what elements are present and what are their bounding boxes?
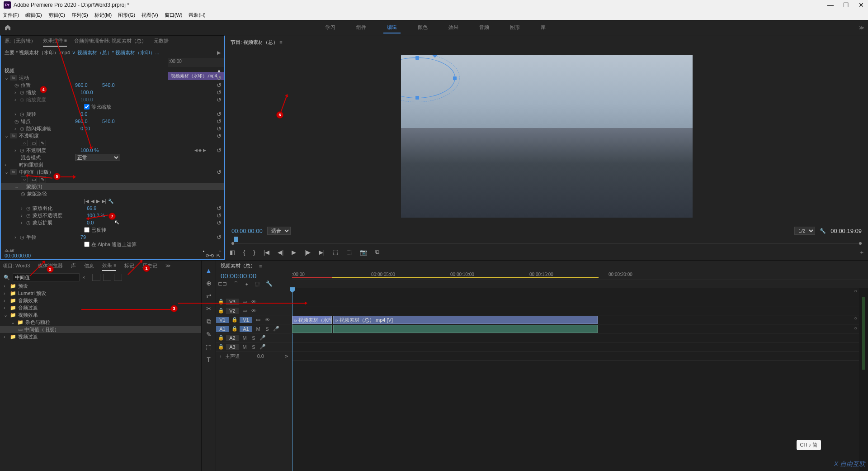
- loop-icon[interactable]: ⟳⟲: [206, 253, 214, 259]
- in-point[interactable]: [231, 242, 234, 245]
- mask-1-label[interactable]: 蒙版(1): [26, 183, 42, 190]
- eye-v2[interactable]: 👁: [250, 308, 257, 314]
- timeline-menu-icon[interactable]: ≡: [259, 263, 262, 269]
- anchor-y[interactable]: 540.0: [102, 119, 115, 124]
- mask-rect-tool[interactable]: ▭: [30, 140, 37, 146]
- sequence-clip-name[interactable]: 视频素材（总）* 视频素材（水印）...: [77, 49, 160, 56]
- solo-a1[interactable]: S: [264, 326, 270, 332]
- expand-opacityval[interactable]: ›: [14, 147, 20, 153]
- expand-maskopacity[interactable]: ›: [21, 213, 26, 218]
- track-a1[interactable]: A1: [240, 326, 252, 332]
- stopwatch-scale[interactable]: ◷: [20, 90, 26, 95]
- tab-effect-controls[interactable]: 效果控件 ≡: [43, 37, 67, 47]
- snap-icon[interactable]: ⊏⊐: [218, 281, 227, 288]
- mask-inverted-checkbox[interactable]: [84, 227, 90, 233]
- menu-clip[interactable]: 剪辑(C): [48, 12, 65, 19]
- project-overflow[interactable]: ≫: [165, 263, 171, 270]
- lock-a1[interactable]: 🔒: [231, 326, 237, 332]
- export-frame-icon-2[interactable]: 📷: [360, 249, 367, 256]
- position-x[interactable]: 960.0: [75, 82, 102, 88]
- effect-timeremap[interactable]: 时间重映射: [19, 162, 44, 168]
- export-frame-icon[interactable]: ⇱: [217, 253, 221, 259]
- scale-value[interactable]: 100.0: [80, 90, 108, 95]
- tab-audio-mixer[interactable]: 音频剪辑混合器: 视频素材（总）: [74, 38, 146, 46]
- type-tool[interactable]: T: [207, 356, 211, 363]
- uniform-scale-checkbox[interactable]: [84, 104, 90, 109]
- expand-mask1[interactable]: ⌄: [14, 184, 20, 190]
- menu-edit[interactable]: 编辑(E): [25, 12, 42, 19]
- source-v1[interactable]: V1: [216, 317, 229, 323]
- mute-a2[interactable]: M: [241, 335, 248, 341]
- expand-antiflicker[interactable]: ›: [14, 126, 20, 131]
- track-v1[interactable]: V1: [240, 317, 252, 323]
- menu-window[interactable]: 窗口(W): [165, 12, 183, 19]
- timeline-settings-icon[interactable]: ○: [854, 288, 857, 294]
- tree-video-effects[interactable]: 视频效果: [18, 312, 38, 319]
- program-scrubber[interactable]: [231, 237, 862, 246]
- clip-audio-1[interactable]: [292, 325, 332, 333]
- blend-mode-select[interactable]: 正常: [75, 154, 120, 161]
- eye-v1[interactable]: 👁: [264, 317, 270, 323]
- workspace-overflow[interactable]: ≫: [859, 25, 864, 31]
- tree-median-effect[interactable]: 中间值（旧版）: [24, 326, 59, 333]
- expand-scalew[interactable]: ›: [14, 97, 20, 102]
- voice-a3[interactable]: 🎤: [259, 344, 266, 350]
- ripple-tool[interactable]: ⇄: [206, 292, 212, 300]
- mute-a1[interactable]: M: [255, 326, 261, 332]
- timeline-timecode[interactable]: 00:00:00:00: [221, 272, 256, 280]
- effect-motion[interactable]: 运动: [19, 75, 29, 81]
- reset-scalew-icon[interactable]: ↺: [217, 96, 222, 103]
- sequence-name[interactable]: 视频素材（总）: [221, 262, 255, 269]
- reset-radius-icon[interactable]: ↺: [217, 234, 222, 241]
- anchor-x[interactable]: 960.0: [75, 119, 102, 124]
- tab-info[interactable]: 信息: [84, 262, 94, 271]
- output-v2[interactable]: ▭: [241, 308, 248, 314]
- track-a3[interactable]: A3: [226, 344, 239, 350]
- menu-markers[interactable]: 标记(M): [94, 12, 112, 19]
- lock-v2[interactable]: 🔒: [218, 308, 223, 314]
- menu-view[interactable]: 视图(V): [142, 12, 158, 19]
- video-preview[interactable]: [401, 55, 693, 218]
- tab-project[interactable]: 项目: Word3: [3, 262, 30, 271]
- source-a1[interactable]: A1: [216, 326, 229, 332]
- stopwatch-anchor[interactable]: ◷: [14, 119, 21, 124]
- program-timecode-left[interactable]: 00:00:00:00: [231, 228, 263, 234]
- reset-anchor-icon[interactable]: ↺: [217, 118, 222, 125]
- track-select-tool[interactable]: ⊕: [206, 280, 212, 287]
- stopwatch-radius[interactable]: ◷: [20, 234, 26, 240]
- expand-master[interactable]: ›: [220, 353, 222, 359]
- reset-scale-icon[interactable]: ↺: [217, 89, 222, 96]
- workspace-audio[interactable]: 音频: [476, 22, 493, 33]
- stopwatch-feather[interactable]: ◷: [26, 205, 33, 211]
- mask-pen-tool[interactable]: ✎: [39, 140, 46, 146]
- scroll-up-icon[interactable]: ▲: [217, 68, 222, 73]
- close-button[interactable]: ✕: [858, 1, 864, 9]
- settings-icon-tl[interactable]: ⬚: [255, 281, 259, 288]
- position-y[interactable]: 540.0: [102, 82, 115, 88]
- alpha-checkbox[interactable]: [84, 242, 90, 247]
- razor-tool[interactable]: ✂: [206, 305, 212, 312]
- lock-v1[interactable]: 🔒: [231, 317, 237, 323]
- workspace-assembly[interactable]: 组件: [353, 22, 370, 33]
- scroll-thumb[interactable]: ○: [218, 249, 222, 252]
- voice-a2[interactable]: 🎤: [259, 335, 266, 341]
- output-v3[interactable]: ▭: [241, 299, 248, 304]
- menu-graphics[interactable]: 图形(G): [118, 12, 135, 19]
- reset-maskopacity-icon[interactable]: ↺: [217, 212, 222, 219]
- lock-v3[interactable]: 🔒: [218, 299, 223, 304]
- reset-rotation-icon[interactable]: ↺: [217, 111, 222, 118]
- tree-arrow[interactable]: ›: [4, 305, 8, 310]
- tree-video-trans[interactable]: 视频过渡: [18, 333, 38, 340]
- expand-maskexpand[interactable]: ›: [21, 220, 26, 225]
- expand-opacity[interactable]: ⌄: [5, 133, 10, 139]
- mark-in-icon[interactable]: ◧: [230, 249, 235, 256]
- fx-icon[interactable]: fx: [10, 75, 17, 81]
- track-height-a-icon[interactable]: ○: [854, 325, 857, 331]
- stopwatch-maskopacity[interactable]: ◷: [26, 213, 33, 219]
- expand-motion[interactable]: ⌄: [5, 75, 10, 81]
- mask-ellipse-tool[interactable]: ○: [21, 140, 28, 146]
- effect-timecode[interactable]: 00:00:00:00: [5, 253, 31, 258]
- expand-scale[interactable]: ›: [14, 90, 20, 95]
- reset-median-icon[interactable]: ↺: [217, 169, 222, 176]
- stopwatch-maskpath[interactable]: ◷: [21, 191, 27, 197]
